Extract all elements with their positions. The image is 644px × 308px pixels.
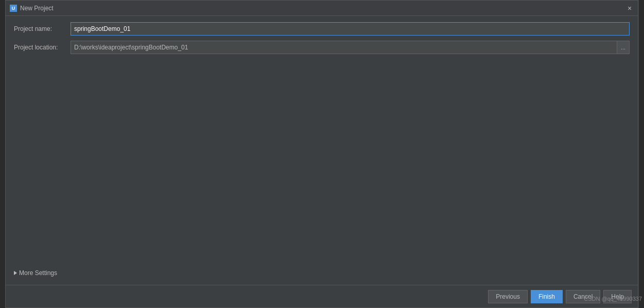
finish-button[interactable]: Finish <box>531 290 563 303</box>
dialog-icon: U <box>10 5 17 12</box>
previous-button[interactable]: Previous <box>488 290 528 303</box>
title-bar-left: U New Project <box>10 5 54 12</box>
dialog-footer: Previous Finish Cancel Help <box>6 285 638 307</box>
watermark: CSDN @qq_45990337 <box>584 296 642 302</box>
project-location-input[interactable] <box>71 41 617 54</box>
new-project-dialog: U New Project × Project name: Project lo… <box>5 0 638 308</box>
dialog-content: Project name: Project location: ... More… <box>6 16 638 285</box>
more-settings-toggle[interactable]: More Settings <box>14 267 630 279</box>
dialog-icon-text: U <box>12 6 15 11</box>
bg-right <box>639 0 644 308</box>
browse-button[interactable]: ... <box>617 41 630 54</box>
content-spacer <box>14 59 630 267</box>
project-location-row: Project location: ... <box>14 41 630 54</box>
title-bar: U New Project × <box>6 1 638 16</box>
project-location-label: Project location: <box>14 44 71 51</box>
more-settings-triangle-icon <box>14 271 17 275</box>
bg-left <box>0 0 5 308</box>
project-name-label: Project name: <box>14 25 71 32</box>
project-name-row: Project name: <box>14 22 630 36</box>
more-settings-label: More Settings <box>19 269 57 277</box>
close-button[interactable]: × <box>625 4 634 12</box>
dialog-title: New Project <box>20 5 54 12</box>
project-name-input[interactable] <box>71 22 630 36</box>
